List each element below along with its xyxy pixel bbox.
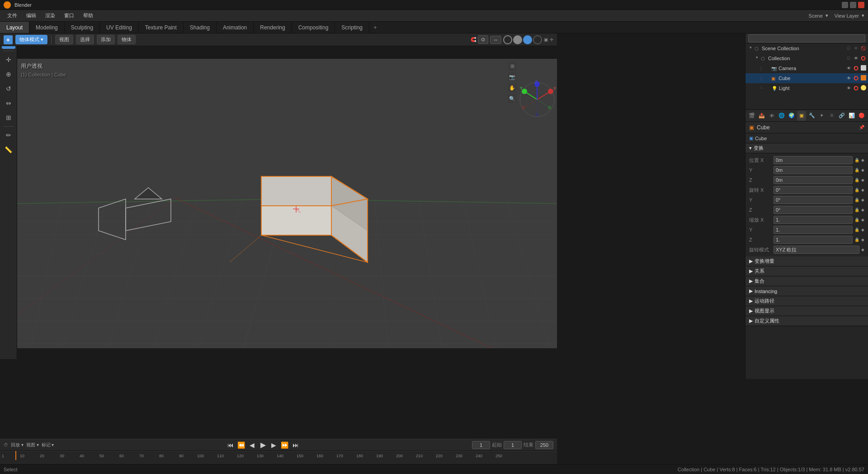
rot-lock-z[interactable]: 🔒 bbox=[854, 208, 859, 212]
maximize-button[interactable] bbox=[850, 2, 856, 8]
view-menu[interactable]: 视图 bbox=[55, 35, 73, 44]
tool-transform[interactable]: ⊞ bbox=[2, 111, 15, 124]
viewport-shading-3[interactable] bbox=[523, 35, 532, 44]
minimize-button[interactable] bbox=[842, 2, 848, 8]
tool-rotate[interactable]: ↺ bbox=[2, 82, 15, 95]
col-eye[interactable]: 👁 bbox=[853, 55, 859, 62]
props-tab-world[interactable]: 🌍 bbox=[787, 111, 796, 121]
tab-compositing[interactable]: Compositing bbox=[292, 22, 335, 33]
tool-cursor[interactable]: ✛ bbox=[2, 53, 15, 66]
start-frame-input[interactable]: 1 bbox=[504, 441, 522, 449]
cube-vis[interactable]: 👁 bbox=[845, 75, 852, 81]
overlay-toggle[interactable]: ▣ bbox=[544, 37, 548, 42]
camera-restrict[interactable]: ⭕ bbox=[853, 65, 859, 71]
light-vis[interactable]: 👁 bbox=[845, 85, 852, 91]
outliner-camera[interactable]: │ 📷 Camera 👁 ⭕ bbox=[745, 63, 868, 73]
rot-anim-y[interactable]: ◆ bbox=[861, 198, 864, 202]
props-tab-object[interactable]: ▣ bbox=[797, 111, 806, 121]
proportional-edit[interactable]: ⊙ bbox=[478, 35, 488, 44]
scene-eye[interactable]: 👁 bbox=[853, 45, 859, 52]
next-keyframe-btn[interactable]: ⏩ bbox=[281, 441, 289, 449]
props-tab-constraints[interactable]: 🔗 bbox=[837, 111, 846, 121]
col-restrict[interactable]: ⭕ bbox=[860, 55, 866, 62]
viewport-side-icons[interactable]: ⊞ 📷 ✋ 🔍 bbox=[508, 62, 517, 103]
rot-mode-anim[interactable]: ◆ bbox=[861, 247, 864, 252]
tab-uv-editing[interactable]: UV Editing bbox=[100, 22, 139, 33]
timeline-playback-menu[interactable]: 回放 ▾ bbox=[11, 442, 24, 448]
prev-frame-btn[interactable]: ◀ bbox=[248, 441, 256, 449]
camera-vis[interactable]: 👁 bbox=[845, 65, 852, 71]
scale-y[interactable]: 1. bbox=[774, 226, 853, 234]
transform-gizmo[interactable]: ↔ bbox=[490, 36, 501, 44]
add-menu[interactable]: 添加 bbox=[97, 35, 115, 44]
rotation-z[interactable]: 0° bbox=[774, 206, 853, 214]
rot-anim-z[interactable]: ◆ bbox=[861, 208, 864, 212]
props-tab-output[interactable]: 📤 bbox=[757, 111, 766, 121]
skip-start-btn[interactable]: ⏮ bbox=[226, 441, 235, 449]
outliner-search-input[interactable] bbox=[748, 34, 865, 43]
rotation-y[interactable]: 0° bbox=[774, 196, 853, 204]
scale-z[interactable]: 1. bbox=[774, 236, 853, 244]
cube-restrict[interactable]: ⭕ bbox=[853, 75, 859, 81]
skip-end-btn[interactable]: ⏭ bbox=[292, 441, 300, 449]
props-tab-render[interactable]: 🎬 bbox=[747, 111, 756, 121]
tool-scale[interactable]: ⇔ bbox=[2, 96, 15, 110]
tab-scripting[interactable]: Scripting bbox=[335, 22, 369, 33]
scene-restrict[interactable]: 🚫 bbox=[860, 45, 866, 52]
scale-lock-x[interactable]: 🔒 bbox=[854, 218, 859, 222]
outliner-light[interactable]: └ 💡 Light 👁 ⭕ bbox=[745, 83, 868, 93]
menu-window[interactable]: 窗口 bbox=[61, 11, 78, 20]
props-tab-view[interactable]: 👁 bbox=[767, 111, 776, 121]
tab-layout[interactable]: Layout bbox=[0, 22, 29, 33]
transform-section-header[interactable]: ▾ 变换 bbox=[745, 143, 868, 153]
position-y[interactable]: 0m bbox=[774, 166, 853, 174]
mesh-name[interactable]: Cube bbox=[755, 136, 864, 141]
mode-icon[interactable]: ◈ bbox=[4, 35, 13, 44]
props-tab-particles[interactable]: ✦ bbox=[817, 111, 826, 121]
anim-y[interactable]: ◆ bbox=[861, 168, 864, 172]
props-tab-scene[interactable]: 🌐 bbox=[777, 111, 786, 121]
lock-z[interactable]: 🔒 bbox=[854, 178, 859, 182]
play-btn[interactable]: ▶ bbox=[259, 441, 267, 449]
object-menu[interactable]: 物体 bbox=[118, 35, 136, 44]
next-frame-btn[interactable]: ▶ bbox=[270, 441, 278, 449]
outliner-collection-item[interactable]: ▾ ⬡ Collection ☑ 👁 ⭕ bbox=[745, 53, 868, 63]
light-restrict[interactable]: ⭕ bbox=[853, 85, 859, 91]
scale-anim-z[interactable]: ◆ bbox=[861, 237, 864, 242]
add-workspace-button[interactable]: + bbox=[369, 22, 381, 33]
outliner-collection[interactable]: ▾ ⬡ Scene Collection ☑ 👁 🚫 bbox=[745, 43, 868, 53]
menu-edit[interactable]: 编辑 bbox=[23, 11, 40, 20]
anim-z[interactable]: ◆ bbox=[861, 178, 864, 182]
close-button[interactable] bbox=[858, 2, 864, 8]
props-tab-material[interactable]: 🔴 bbox=[857, 111, 866, 121]
collections-header[interactable]: ▶ 集合 bbox=[745, 276, 868, 286]
tab-shading[interactable]: Shading bbox=[184, 22, 217, 33]
gizmo-toggle[interactable]: ✛ bbox=[550, 37, 553, 42]
scale-anim-x[interactable]: ◆ bbox=[861, 218, 864, 222]
menu-help[interactable]: 帮助 bbox=[80, 11, 97, 20]
visibility-header[interactable]: ▶ 视图显示 bbox=[745, 306, 868, 316]
scale-lock-y[interactable]: 🔒 bbox=[854, 228, 859, 232]
props-tab-physics[interactable]: ⚛ bbox=[827, 111, 836, 121]
menu-render[interactable]: 渲染 bbox=[42, 11, 59, 20]
anim-x[interactable]: ◆ bbox=[861, 158, 864, 162]
rot-lock-y[interactable]: 🔒 bbox=[854, 198, 859, 202]
rot-anim-x[interactable]: ◆ bbox=[861, 188, 864, 192]
props-tab-modifiers[interactable]: 🔧 bbox=[807, 111, 816, 121]
scale-lock-z[interactable]: 🔒 bbox=[854, 237, 859, 242]
custom-props-header[interactable]: ▶ 自定义属性 bbox=[745, 316, 868, 326]
timeline-view-menu[interactable]: 视图 ▾ bbox=[26, 442, 39, 448]
motion-paths-header[interactable]: ▶ 运动路径 bbox=[745, 296, 868, 306]
position-z[interactable]: 0m bbox=[774, 176, 853, 184]
delta-transform-header[interactable]: ▶ 变换增量 bbox=[745, 256, 868, 266]
tool-measure[interactable]: 📏 bbox=[2, 143, 15, 156]
scene-vis-checkbox[interactable]: ☑ bbox=[845, 45, 852, 52]
select-menu[interactable]: 选择 bbox=[76, 35, 94, 44]
tab-rendering[interactable]: Rendering bbox=[254, 22, 292, 33]
menu-file[interactable]: 文件 bbox=[4, 11, 21, 20]
lock-x[interactable]: 🔒 bbox=[854, 158, 859, 162]
outliner-cube[interactable]: │ ▣ Cube 👁 ⭕ bbox=[745, 73, 868, 83]
object-name[interactable]: Cube bbox=[757, 124, 856, 131]
tab-sculpting[interactable]: Sculpting bbox=[65, 22, 100, 33]
tool-move[interactable]: ⊕ bbox=[2, 67, 15, 81]
